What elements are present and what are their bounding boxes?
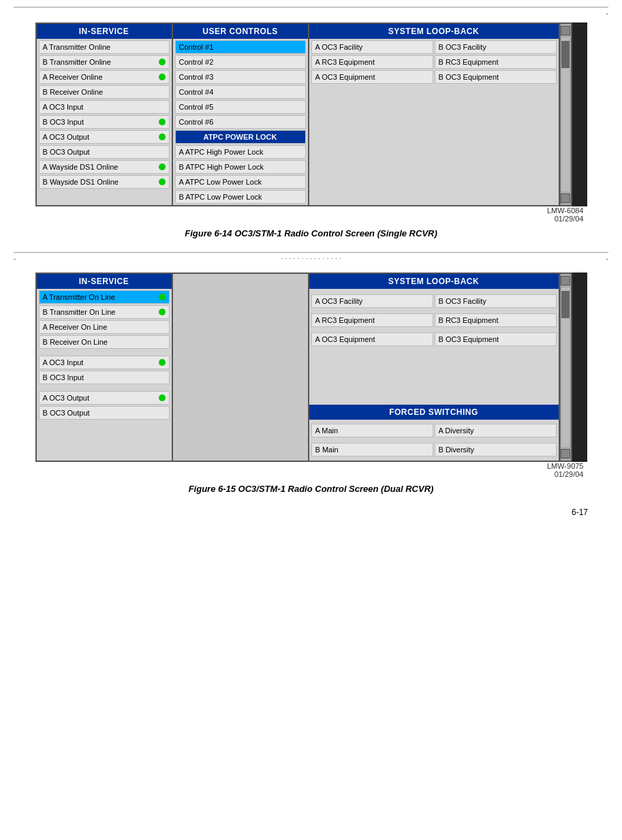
a-main-button[interactable]: A Main xyxy=(311,424,433,437)
status-dot xyxy=(159,134,166,140)
fig2-b-oc3-facility-button[interactable]: B OC3 Facility xyxy=(435,294,557,308)
spacer xyxy=(309,458,559,461)
system-loopback-header: SYSTEM LOOP-BACK xyxy=(309,24,559,39)
list-item[interactable]: B OC3 Input xyxy=(39,115,170,129)
spacer xyxy=(309,347,559,402)
user-controls-header: USER CONTROLS xyxy=(173,24,308,39)
list-item[interactable]: B OC3 Output xyxy=(39,145,170,159)
section-divider: - · · · · · · · · · · · · · · · - xyxy=(14,252,608,262)
atpc-b-low-button[interactable]: B ATPC Low Power Lock xyxy=(175,190,306,204)
lmw-label-1: LMW-6084 01/29/04 xyxy=(35,206,587,223)
status-dot xyxy=(159,309,166,315)
scroll-track xyxy=(561,37,570,191)
list-item[interactable]: A OC3 Input xyxy=(39,100,170,114)
figure1-caption: Figure 6-14 OC3/STM-1 Radio Control Scre… xyxy=(14,228,608,238)
b-rc3-equipment-button[interactable]: B RC3 Equipment xyxy=(435,55,557,69)
status-dot xyxy=(159,119,166,125)
control-2-button[interactable]: Control #2 xyxy=(175,55,306,69)
scroll-up-btn[interactable] xyxy=(561,26,570,35)
fig2-a-oc3-facility-button[interactable]: A OC3 Facility xyxy=(311,294,433,308)
spacer xyxy=(309,309,559,312)
loopback-row-1: A OC3 Facility B OC3 Facility xyxy=(311,40,557,54)
list-item[interactable]: B Wayside DS1 Online xyxy=(39,175,170,189)
scroll-down-btn[interactable] xyxy=(561,193,570,203)
spacer xyxy=(309,328,559,331)
atpc-b-high-button[interactable]: B ATPC High Power Lock xyxy=(175,160,306,174)
spacer xyxy=(37,350,172,354)
b-oc3-facility-button[interactable]: B OC3 Facility xyxy=(435,40,557,54)
control-6-button[interactable]: Control #6 xyxy=(175,115,306,129)
a-oc3-equipment-button[interactable]: A OC3 Equipment xyxy=(311,70,433,84)
figure1-system-loopback: SYSTEM LOOP-BACK A OC3 Facility B OC3 Fa… xyxy=(309,24,560,205)
figure1-in-service: IN-SERVICE A Transmitter Online B Transm… xyxy=(37,24,173,205)
list-item[interactable]: B Transmitter On Line xyxy=(39,305,170,319)
figure2-container: IN-SERVICE A Transmitter On Line B Trans… xyxy=(14,273,608,494)
fig2-a-rc3-equipment-button[interactable]: A RC3 Equipment xyxy=(311,313,433,327)
scroll-up-btn-2[interactable] xyxy=(561,276,570,285)
scrollbar[interactable] xyxy=(560,24,571,205)
scroll-handle[interactable] xyxy=(561,41,570,68)
top-right: - xyxy=(606,9,608,17)
forced-switching-row-1: A Main A Diversity xyxy=(311,424,557,437)
page: - IN-SERVICE A Transmitter Online B Tran… xyxy=(0,0,622,531)
list-item[interactable]: A OC3 Output xyxy=(39,130,170,144)
status-dot xyxy=(159,294,166,300)
list-item[interactable]: A OC3 Output xyxy=(39,391,170,405)
list-item[interactable]: A Transmitter On Line xyxy=(39,290,170,304)
figure2-middle xyxy=(173,274,309,461)
figure1-container: IN-SERVICE A Transmitter Online B Transm… xyxy=(14,22,608,238)
divider-left: - xyxy=(14,254,16,262)
list-item[interactable]: B Receiver On Line xyxy=(39,335,170,349)
control-1-button[interactable]: Control #1 xyxy=(175,40,306,54)
status-dot xyxy=(159,59,166,65)
list-item[interactable]: A Wayside DS1 Online xyxy=(39,160,170,174)
lmw-label-2: LMW-9075 01/29/04 xyxy=(35,462,587,478)
b-oc3-equipment-button[interactable]: B OC3 Equipment xyxy=(435,70,557,84)
scroll-handle-2[interactable] xyxy=(561,291,570,318)
status-dot xyxy=(159,394,166,401)
list-item[interactable]: A OC3 Input xyxy=(39,356,170,369)
a-oc3-facility-button[interactable]: A OC3 Facility xyxy=(311,40,433,54)
control-3-button[interactable]: Control #3 xyxy=(175,70,306,84)
figure1-user-controls: USER CONTROLS Control #1 Control #2 Cont… xyxy=(173,24,309,205)
list-item[interactable]: B OC3 Output xyxy=(39,406,170,420)
figure2-right: SYSTEM LOOP-BACK A OC3 Facility B OC3 Fa… xyxy=(309,274,560,461)
control-4-button[interactable]: Control #4 xyxy=(175,85,306,99)
black-sidebar xyxy=(572,22,587,206)
atpc-a-low-button[interactable]: A ATPC Low Power Lock xyxy=(175,175,306,189)
atpc-power-lock-header: ATPC POWER LOCK xyxy=(175,130,306,144)
b-diversity-button[interactable]: B Diversity xyxy=(435,443,557,456)
status-dot xyxy=(159,359,166,366)
loopback-row-3: A OC3 Equipment B OC3 Equipment xyxy=(311,70,557,84)
list-item[interactable]: B Receiver Online xyxy=(39,85,170,99)
list-item[interactable]: B Transmitter Online xyxy=(39,55,170,69)
list-item[interactable]: B OC3 Input xyxy=(39,371,170,384)
a-rc3-equipment-button[interactable]: A RC3 Equipment xyxy=(311,55,433,69)
scrollbar-fig2[interactable] xyxy=(560,274,571,461)
status-dot xyxy=(159,164,166,170)
in-service-header: IN-SERVICE xyxy=(37,24,172,39)
divider-right: - xyxy=(606,254,608,262)
b-main-button[interactable]: B Main xyxy=(311,443,433,456)
fig2-loopback-row-2: A RC3 Equipment B RC3 Equipment xyxy=(311,313,557,327)
a-diversity-button[interactable]: A Diversity xyxy=(435,424,557,437)
fig2-loopback-row-1: A OC3 Facility B OC3 Facility xyxy=(311,294,557,308)
atpc-a-high-button[interactable]: A ATPC High Power Lock xyxy=(175,145,306,159)
spacer xyxy=(37,386,172,390)
list-item[interactable]: A Receiver Online xyxy=(39,70,170,84)
list-item[interactable]: A Receiver On Line xyxy=(39,320,170,334)
black-sidebar-2 xyxy=(572,273,587,462)
status-dot xyxy=(159,74,166,80)
fig2-a-oc3-equipment-button[interactable]: A OC3 Equipment xyxy=(311,332,433,346)
scroll-down-btn-2[interactable] xyxy=(561,449,570,458)
spacer xyxy=(309,420,559,422)
figure2-in-service: IN-SERVICE A Transmitter On Line B Trans… xyxy=(37,274,173,461)
fig2-in-service-header: IN-SERVICE xyxy=(37,274,172,289)
spacer xyxy=(309,289,559,293)
list-item[interactable]: A Transmitter Online xyxy=(39,40,170,54)
fig2-b-rc3-equipment-button[interactable]: B RC3 Equipment xyxy=(435,313,557,327)
fig2-b-oc3-equipment-button[interactable]: B OC3 Equipment xyxy=(435,332,557,346)
control-5-button[interactable]: Control #5 xyxy=(175,100,306,114)
fig2-loopback-row-3: A OC3 Equipment B OC3 Equipment xyxy=(311,332,557,346)
page-number: 6-17 xyxy=(14,508,608,517)
